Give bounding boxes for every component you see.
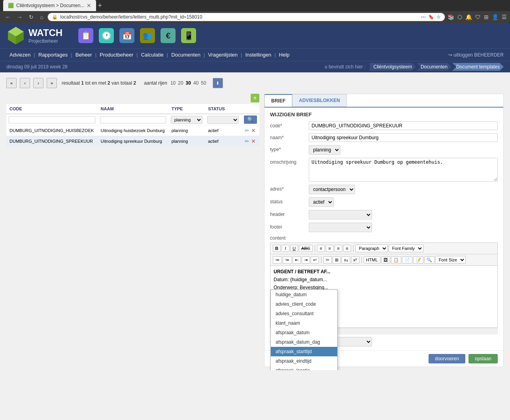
reload-btn[interactable]: ↻ bbox=[27, 13, 36, 21]
header-icon-notes[interactable]: 📋 bbox=[78, 28, 93, 43]
nav-beheer[interactable]: Beheer bbox=[72, 50, 95, 59]
dropdown-item-afspraak-starttijd[interactable]: afspraak_starttijd bbox=[271, 347, 337, 356]
pocket-icon[interactable]: ⬡ bbox=[457, 14, 462, 20]
delete-icon-1[interactable]: ✕ bbox=[251, 127, 256, 134]
dropdown-item-huidige-datum[interactable]: huidige_datum bbox=[271, 290, 337, 299]
prev-page-btn[interactable]: ‹ bbox=[20, 78, 30, 88]
notifications-icon[interactable]: 🔔 bbox=[465, 14, 472, 20]
filter-code[interactable] bbox=[9, 116, 95, 123]
rows-40[interactable]: 40 bbox=[193, 80, 198, 86]
tab-adviesblokken[interactable]: ADVIESBLOKKEN bbox=[292, 94, 347, 107]
toolbar-sup[interactable]: x² bbox=[351, 256, 359, 263]
next-page-btn[interactable]: › bbox=[33, 78, 43, 88]
first-page-btn[interactable]: « bbox=[6, 78, 17, 88]
toolbar-bold[interactable]: B bbox=[273, 245, 281, 252]
select-footer[interactable] bbox=[309, 223, 372, 232]
toolbar-html[interactable]: HTML bbox=[364, 256, 380, 263]
toolbar-image[interactable]: 🖼 bbox=[381, 256, 390, 263]
col-header-naam[interactable]: NAAM bbox=[98, 104, 168, 114]
select-adres[interactable]: contactpersoon bbox=[309, 185, 355, 194]
last-page-btn[interactable]: » bbox=[47, 78, 57, 88]
shield-icon[interactable]: 🛡 bbox=[475, 14, 481, 20]
breadcrumb-item-3[interactable]: Document templates bbox=[452, 63, 504, 71]
filter-naam[interactable] bbox=[100, 116, 166, 123]
header-icon-phone[interactable]: 📱 bbox=[181, 28, 196, 43]
input-code[interactable] bbox=[309, 121, 498, 130]
rows-10[interactable]: 10 bbox=[170, 80, 176, 86]
input-naam[interactable] bbox=[309, 133, 498, 142]
toolbar-copy[interactable]: 📋 bbox=[391, 256, 401, 264]
toolbar-font-family-select[interactable]: Font Family bbox=[389, 244, 423, 252]
col-header-code[interactable]: CODE bbox=[6, 104, 98, 114]
toolbar-italic[interactable]: I bbox=[281, 245, 289, 252]
header-icon-calendar[interactable]: 📅 bbox=[119, 28, 134, 43]
toolbar-pastetext[interactable]: 📝 bbox=[413, 256, 423, 264]
export-btn[interactable]: ⬇ bbox=[213, 78, 223, 88]
toolbar-paste[interactable]: 📄 bbox=[402, 256, 412, 264]
dropdown-item-afspraak-eindtijd[interactable]: afspraak_eindtijd bbox=[271, 356, 337, 366]
menu-icon[interactable]: ☰ bbox=[502, 14, 507, 20]
toolbar-abc[interactable]: ABC bbox=[299, 245, 313, 252]
edit-icon-1[interactable]: ✏ bbox=[245, 127, 249, 134]
toolbar-list-ul[interactable]: ≔ bbox=[273, 256, 282, 264]
select-status[interactable]: actief bbox=[309, 197, 334, 207]
toolbar-undo[interactable]: ↩ bbox=[311, 256, 319, 264]
toolbar-paragraph-select[interactable]: Paragraph bbox=[355, 244, 388, 252]
select-type[interactable]: planning bbox=[309, 145, 340, 155]
dropdown-item-advies-client-code[interactable]: advies_client_code bbox=[271, 299, 337, 309]
opslaan-button[interactable]: opslaan bbox=[468, 354, 498, 363]
nav-calculatie[interactable]: Calculatie bbox=[138, 50, 167, 59]
forward-btn[interactable]: → bbox=[15, 13, 25, 21]
new-tab-btn[interactable]: + bbox=[98, 2, 102, 10]
dropdown-item-afspraak-datum-dag[interactable]: afspraak_datum_dag bbox=[271, 337, 337, 347]
toolbar-table[interactable]: ⊞ bbox=[332, 256, 341, 264]
dropdown-item-afspraak-locatie[interactable]: afspraak_locatie bbox=[271, 366, 337, 370]
profile-icon[interactable]: 👤 bbox=[492, 14, 499, 20]
nav-productbeheer[interactable]: Productbeheer bbox=[96, 50, 136, 59]
nav-documenten[interactable]: Documenten bbox=[168, 50, 204, 59]
search-btn[interactable]: 🔍 bbox=[244, 115, 257, 124]
nav-vragenlijsten[interactable]: Vragenlijsten bbox=[205, 50, 241, 59]
textarea-omschrijving[interactable]: Uitnodiging spreekuur Dumburg op gemeent… bbox=[309, 158, 498, 182]
toolbar-list-ol[interactable]: ≔ bbox=[283, 256, 292, 264]
home-btn[interactable]: ⌂ bbox=[38, 13, 45, 21]
browser-tab[interactable]: 🟩 Cliëntvolgsysteem > Documen... ✕ bbox=[3, 0, 96, 11]
header-icon-clock[interactable]: 🕐 bbox=[99, 28, 114, 43]
editor-area[interactable]: URGENT / BETREFT AF... Datum: {huidige_d… bbox=[270, 265, 498, 328]
delete-icon-2[interactable]: ✕ bbox=[251, 138, 256, 144]
back-btn[interactable]: ← bbox=[3, 13, 13, 21]
toolbar-align-right[interactable]: ≡ bbox=[334, 245, 342, 252]
nav-instellingen[interactable]: Instellingen bbox=[242, 50, 274, 59]
address-bar[interactable]: 🔒 localhost/cvs_demo/beheer/letters/lett… bbox=[47, 13, 445, 21]
doorvoeren-button[interactable]: doorvoeren bbox=[429, 354, 465, 363]
header-icon-euro[interactable]: € bbox=[161, 28, 176, 43]
header-icon-users[interactable]: 👥 bbox=[140, 28, 155, 43]
breadcrumb-item-1[interactable]: Cliëntvolgsysteem bbox=[370, 63, 416, 71]
filter-type[interactable]: planning bbox=[171, 116, 202, 124]
variable-dropdown[interactable]: huidige_datum advies_client_code advies_… bbox=[270, 289, 338, 370]
nav-help[interactable]: Help bbox=[276, 50, 293, 59]
nav-adviezen[interactable]: Adviezen bbox=[6, 50, 34, 59]
toolbar-sub[interactable]: x₂ bbox=[342, 256, 350, 264]
toolbar-indent-left[interactable]: ⇤ bbox=[293, 256, 301, 264]
dropdown-item-afspraak-datum[interactable]: afspraak_datum bbox=[271, 328, 337, 337]
toolbar-indent-right[interactable]: ⇥ bbox=[302, 256, 310, 264]
extensions-icon[interactable]: ⊞ bbox=[484, 14, 489, 20]
rows-30[interactable]: 30 bbox=[186, 80, 191, 86]
library-icon[interactable]: 📚 bbox=[448, 14, 454, 20]
dropdown-item-klant-naam[interactable]: klant_naam bbox=[271, 318, 337, 328]
col-header-type[interactable]: TYPE bbox=[168, 104, 205, 114]
toolbar-font-size-select[interactable]: Font Size bbox=[435, 256, 466, 264]
logout-section[interactable]: ↪ uitloggen BEHEERDER bbox=[448, 52, 504, 58]
add-record-btn[interactable]: + bbox=[251, 94, 259, 102]
toolbar-find[interactable]: 🔍 bbox=[424, 256, 434, 264]
filter-status[interactable] bbox=[207, 116, 239, 124]
tab-brief[interactable]: BRIEF bbox=[264, 94, 292, 107]
toolbar-align-justify[interactable]: ≡ bbox=[343, 245, 351, 252]
edit-icon-2[interactable]: ✏ bbox=[245, 138, 249, 144]
toolbar-underline[interactable]: U bbox=[290, 245, 298, 252]
select-header[interactable] bbox=[309, 210, 372, 219]
dropdown-item-advies-consultant[interactable]: advies_consultant bbox=[271, 309, 337, 318]
toolbar-align-center[interactable]: ≡ bbox=[326, 245, 334, 252]
rows-50[interactable]: 50 bbox=[201, 80, 206, 86]
